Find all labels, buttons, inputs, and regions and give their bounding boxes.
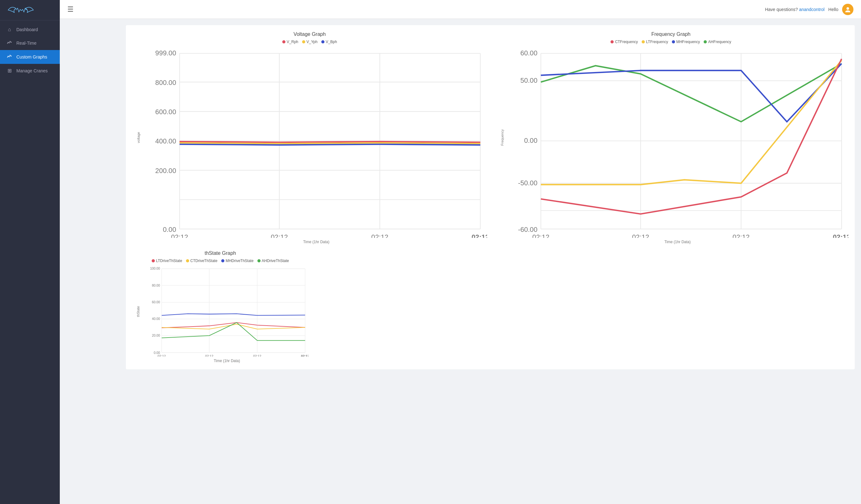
topbar-left: ☰: [67, 5, 74, 14]
svg-text:-50.00: -50.00: [518, 179, 537, 187]
svg-text:02:12: 02:12: [171, 233, 188, 238]
legend-ah-freq: AHFrequency: [703, 40, 731, 44]
legend-lt-thstate: LTDriveThState: [152, 258, 182, 263]
frequency-graph-box: Frequency Graph CTFrequency LTFrequency …: [493, 31, 848, 244]
top-charts-row: Voltage Graph V_Rph V_Yph V_Bph: [132, 31, 848, 244]
user-icon: [844, 6, 851, 13]
sidebar-logo: [0, 0, 60, 20]
legend-v-bph: V_Bph: [321, 40, 337, 44]
svg-text:60.00: 60.00: [520, 49, 537, 57]
legend-mh-thstate: MHDriveThState: [221, 258, 254, 263]
thstate-legend: LTDriveThState CTDriveThState MHDriveThS…: [132, 258, 309, 263]
realtime-icon: [6, 40, 13, 46]
sidebar-navigation: ⌂ Dashboard Real-Time Custom Graphs ⊞ Ma…: [0, 20, 60, 78]
svg-text:200.00: 200.00: [155, 167, 176, 174]
voltage-graph-box: Voltage Graph V_Rph V_Yph V_Bph: [132, 31, 487, 244]
charts-container: Voltage Graph V_Rph V_Yph V_Bph: [126, 25, 855, 369]
legend-v-yph: V_Yph: [302, 40, 317, 44]
voltage-legend: V_Rph V_Yph V_Bph: [132, 40, 487, 44]
frequency-chart-wrapper: Frequency: [493, 46, 848, 244]
voltage-graph-title: Voltage Graph: [132, 31, 487, 37]
svg-text:02:12: 02:12: [733, 233, 750, 238]
thstate-svg: 100.00 80.00 60.00 40.00 20.00 0.00 02:1…: [146, 266, 309, 357]
ah-freq-dot: [703, 40, 707, 43]
topbar-right: Have questions? anandcontrol Hello: [765, 4, 853, 15]
svg-text:02:12: 02:12: [158, 354, 166, 357]
svg-text:-60.00: -60.00: [518, 226, 537, 234]
legend-ct-freq: CTFrequency: [611, 40, 638, 44]
legend-lt-freq: LTFrequency: [642, 40, 668, 44]
svg-text:02:12: 02:12: [253, 354, 261, 357]
v-rph-dot: [282, 40, 285, 43]
custom-graphs-icon: [6, 54, 13, 60]
mh-thstate-dot: [221, 259, 224, 262]
dashboard-icon: ⌂: [6, 27, 13, 32]
voltage-x-label: Time (1hr Data): [146, 240, 487, 244]
sidebar-item-label: Real-Time: [16, 41, 37, 46]
sidebar-item-label: Custom Graphs: [16, 54, 47, 59]
have-questions-text: Have questions? anandcontrol: [765, 7, 824, 12]
contact-link[interactable]: anandcontrol: [799, 7, 824, 12]
svg-text:100.00: 100.00: [150, 267, 160, 270]
frequency-legend: CTFrequency LTFrequency MHFrequency AHFr…: [493, 40, 848, 44]
svg-text:60.00: 60.00: [152, 300, 160, 304]
legend-mh-freq: MHFrequency: [672, 40, 700, 44]
ah-thstate-dot: [257, 259, 261, 262]
svg-text:02:12: 02:12: [532, 233, 549, 238]
sidebar-item-realtime[interactable]: Real-Time: [0, 36, 60, 50]
v-yph-label: V_Yph: [306, 40, 317, 44]
manage-cranes-icon: ⊞: [6, 68, 13, 74]
avatar[interactable]: [842, 4, 853, 15]
mh-freq-dot: [672, 40, 675, 43]
thstate-x-label: Time (1hr Data): [146, 359, 309, 363]
svg-text:02:12: 02:12: [371, 233, 388, 238]
legend-v-rph: V_Rph: [282, 40, 298, 44]
voltage-chart-wrapper: voltage: [132, 46, 487, 244]
svg-text:02:12: 02:12: [833, 233, 848, 238]
ct-freq-dot: [611, 40, 614, 43]
thstate-y-label: thState: [136, 306, 140, 317]
svg-text:02:12: 02:12: [301, 354, 309, 357]
svg-text:800.00: 800.00: [155, 79, 176, 86]
main-content: Voltage Graph V_Rph V_Yph V_Bph: [120, 19, 861, 504]
ah-thstate-label: AHDriveThState: [262, 258, 289, 263]
svg-text:0.00: 0.00: [524, 137, 537, 144]
svg-text:40.00: 40.00: [152, 317, 160, 321]
thstate-chart-wrapper: thState 100.00 80: [132, 266, 309, 363]
sidebar-item-manage-cranes[interactable]: ⊞ Manage Cranes: [0, 64, 60, 78]
voltage-y-label: voltage: [137, 132, 140, 143]
frequency-x-label: Time (1hr Data): [507, 240, 848, 244]
mh-freq-label: MHFrequency: [676, 40, 700, 44]
v-rph-label: V_Rph: [287, 40, 298, 44]
svg-text:02:12: 02:12: [271, 233, 288, 238]
lt-freq-label: LTFrequency: [646, 40, 668, 44]
frequency-svg: 60.00 50.00 0.00 -50.00 -60.00: [507, 46, 848, 238]
voltage-svg: 999.00 800.00 600.00 400.00 200.00 0.00 …: [146, 46, 487, 238]
ct-thstate-dot: [186, 259, 189, 262]
sidebar: ⌂ Dashboard Real-Time Custom Graphs ⊞ Ma…: [0, 0, 60, 504]
svg-text:02:12: 02:12: [632, 233, 649, 238]
thstate-graph-title: thState Graph: [132, 250, 309, 256]
v-bph-dot: [321, 40, 325, 43]
hamburger-button[interactable]: ☰: [67, 5, 74, 14]
sidebar-item-custom-graphs[interactable]: Custom Graphs: [0, 50, 60, 64]
svg-text:02:12: 02:12: [472, 233, 487, 238]
svg-point-0: [847, 7, 849, 10]
svg-text:0.00: 0.00: [163, 226, 176, 234]
legend-ah-thstate: AHDriveThState: [257, 258, 289, 263]
lt-freq-dot: [642, 40, 645, 43]
hello-label: Hello: [828, 7, 838, 12]
sidebar-item-label: Dashboard: [16, 27, 38, 32]
svg-text:400.00: 400.00: [155, 137, 176, 145]
mh-thstate-label: MHDriveThState: [226, 258, 254, 263]
topbar: ☰ Have questions? anandcontrol Hello: [60, 0, 861, 19]
ct-thstate-label: CTDriveThState: [190, 258, 217, 263]
svg-text:02:12: 02:12: [205, 354, 213, 357]
lt-thstate-dot: [152, 259, 155, 262]
legend-ct-thstate: CTDriveThState: [186, 258, 217, 263]
sidebar-item-label: Manage Cranes: [16, 68, 48, 73]
sidebar-item-dashboard[interactable]: ⌂ Dashboard: [0, 23, 60, 36]
thstate-graph-box: thState Graph LTDriveThState CTDriveThSt…: [132, 250, 309, 363]
svg-text:600.00: 600.00: [155, 108, 176, 116]
svg-text:0.00: 0.00: [153, 351, 160, 354]
